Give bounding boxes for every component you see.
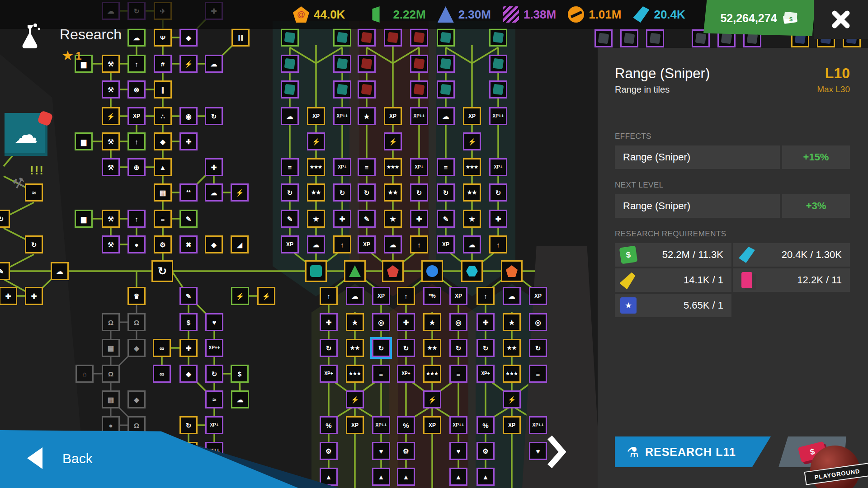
tree-node[interactable]: ▲ [449, 468, 467, 486]
tree-node[interactable]: ✎ [358, 210, 376, 228]
tree-node[interactable]: ≡ [154, 210, 172, 228]
tree-node[interactable]: ⚡ [346, 390, 364, 408]
tree-node[interactable]: XP+ [205, 416, 223, 434]
tree-node[interactable] [281, 28, 299, 47]
tree-hub-pentagon[interactable] [382, 260, 404, 282]
tree-node[interactable] [333, 55, 351, 73]
tree-node[interactable]: ↻ [281, 183, 299, 202]
tree-node[interactable]: XP++ [372, 416, 390, 434]
tree-node[interactable]: ≈ [25, 183, 43, 202]
tree-node[interactable]: ◎ [449, 313, 467, 331]
tree-node[interactable]: ✎ [179, 210, 198, 228]
tree-node[interactable]: Ω [127, 313, 146, 331]
tree-node[interactable]: ◎ [529, 313, 547, 331]
tree-node[interactable]: ▲ [154, 158, 172, 176]
tree-node[interactable]: ⚙ [154, 235, 172, 253]
tree-node[interactable]: ⚒ [102, 158, 120, 176]
tree-node[interactable]: XP+ [397, 365, 415, 383]
tree-node[interactable]: ⚡ [503, 390, 521, 408]
tree-hub-hexagon[interactable] [461, 260, 483, 282]
tree-node[interactable]: $ [231, 365, 249, 383]
tree-node[interactable]: ↻ [489, 183, 507, 202]
tree-node[interactable]: XP+ [410, 158, 428, 176]
tree-node[interactable]: ↑ [410, 235, 428, 253]
tree-node[interactable]: XP++ [333, 107, 351, 125]
tree-node[interactable]: ★★★ [423, 365, 441, 383]
tree-node[interactable]: ♥ [449, 442, 467, 460]
tree-node[interactable] [489, 80, 507, 99]
tree-node[interactable]: ♛ [127, 287, 146, 305]
tree-node[interactable]: ⚡ [423, 390, 441, 408]
tree-node[interactable]: ★ [503, 313, 521, 331]
tree-node[interactable]: ☁ [307, 235, 325, 253]
tree-node[interactable]: # [154, 55, 172, 73]
tree-node[interactable]: ✚ [320, 313, 338, 331]
tree-node[interactable]: ↻ [205, 107, 223, 125]
tree-node[interactable]: ✚ [410, 210, 428, 228]
tree-node[interactable]: ★★ [503, 339, 521, 357]
tree-node[interactable]: XP++ [205, 339, 223, 357]
tree-node[interactable] [437, 28, 455, 47]
tree-node[interactable]: ↻ [333, 183, 351, 202]
tree-node[interactable] [620, 29, 638, 47]
tree-node[interactable]: ↻ [358, 183, 376, 202]
tree-node[interactable]: ✖ [179, 235, 198, 253]
tree-node[interactable]: ∥ [154, 80, 172, 99]
tree-node[interactable]: ♥ [372, 442, 390, 460]
tree-node[interactable]: ⚙ [397, 442, 415, 460]
tree-node[interactable]: ★ [346, 313, 364, 331]
tree-node[interactable]: XP++ [449, 416, 467, 434]
tree-node[interactable]: ∴ [154, 107, 172, 125]
tree-hub-square[interactable] [305, 260, 327, 282]
tree-node[interactable]: ↻ [476, 339, 495, 357]
tree-node[interactable]: ● [127, 235, 146, 253]
tree-node[interactable]: ★★ [307, 183, 325, 202]
tree-node[interactable]: ≡ [358, 158, 376, 176]
research-button[interactable]: ⚗ RESEARCH L11 [615, 436, 771, 467]
tree-node[interactable]: ↑ [333, 235, 351, 253]
close-button[interactable] [814, 0, 868, 39]
tree-node[interactable]: ** [179, 183, 198, 202]
tree-node[interactable]: % [476, 416, 495, 434]
tree-node[interactable]: ≡ [281, 158, 299, 176]
tree-node[interactable]: ◢ [231, 235, 249, 253]
tree-node[interactable]: ↑ [489, 235, 507, 253]
tree-node[interactable]: ★★★ [346, 365, 364, 383]
tree-node[interactable]: ◆ [154, 132, 172, 150]
tree-node[interactable] [281, 55, 299, 73]
tree-node[interactable]: ↻ [179, 416, 198, 434]
tree-node[interactable]: XP++ [529, 416, 547, 434]
tree-node[interactable]: ★ [384, 210, 402, 228]
tree-node[interactable]: ≡ [372, 365, 390, 383]
tree-node[interactable]: ★★ [384, 183, 402, 202]
tree-node[interactable]: ⌂ [75, 365, 94, 383]
tree-node[interactable]: ✎ [281, 210, 299, 228]
tree-node[interactable]: XP [384, 107, 402, 125]
tree-node[interactable]: ≡ [449, 365, 467, 383]
tree-node[interactable]: ↻ [410, 183, 428, 202]
tree-node[interactable]: Ψ [154, 28, 172, 47]
tree-hub-triangle[interactable] [344, 260, 366, 282]
tree-node[interactable]: % [397, 416, 415, 434]
tree-node[interactable]: ⚡ [179, 55, 198, 73]
tree-node[interactable]: ◆ [127, 339, 146, 357]
tree-node[interactable]: XP [307, 107, 325, 125]
tree-node[interactable] [333, 28, 351, 47]
tree-node[interactable]: ↑ [320, 287, 338, 305]
tree-node[interactable]: $ [179, 313, 198, 331]
tree-node[interactable]: ↑ [127, 210, 146, 228]
tree-node[interactable]: ☁ [205, 55, 223, 73]
tree-node[interactable] [358, 80, 376, 99]
tree-node[interactable]: XP [449, 287, 467, 305]
tree-node[interactable]: ★ [307, 210, 325, 228]
tree-node[interactable]: ∞ [153, 339, 171, 357]
tree-node[interactable]: ★ [423, 313, 441, 331]
tree-node[interactable]: ✎ [437, 210, 455, 228]
tree-node[interactable]: ★★ [463, 183, 481, 202]
tree-node[interactable] [384, 28, 402, 47]
tree-node[interactable]: ◆ [179, 28, 198, 47]
tree-node[interactable] [489, 28, 507, 47]
tree-node[interactable]: ⚡ [231, 287, 249, 305]
tree-node[interactable]: ☁ [346, 287, 364, 305]
tree-node[interactable]: ✎ [0, 262, 10, 280]
